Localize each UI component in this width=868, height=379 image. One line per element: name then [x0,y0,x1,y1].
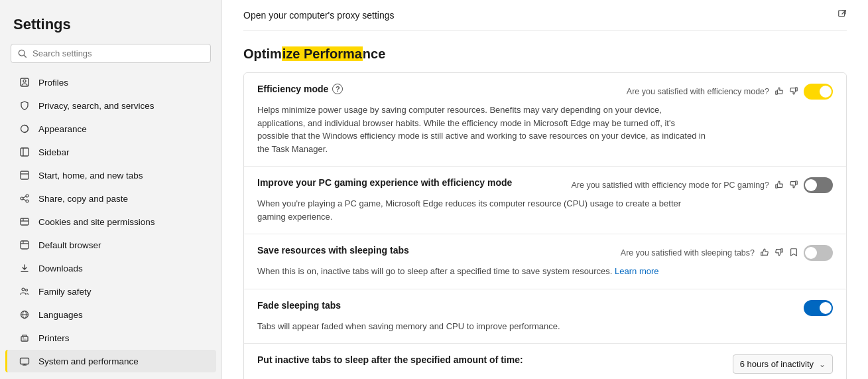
bookmark-icon-sleeping[interactable] [789,248,798,259]
thumbs-up-icon-efficiency[interactable] [775,86,784,98]
browser-icon [19,239,31,251]
sidebar-item-printers[interactable]: Printers [5,327,216,349]
proxy-label: Open your computer's proxy settings [243,10,395,21]
privacy-icon [19,100,31,112]
sidebar-item-family-safety[interactable]: Family safety [5,280,216,303]
sidebar-label-system-performance: System and performance [38,356,139,366]
section-heading-highlight: ize Performa [282,46,363,61]
card-title-fade: Fade sleeping tabs [257,300,341,311]
toggle-sleeping-tabs[interactable] [804,245,833,261]
inactivity-dropdown[interactable]: 6 hours of inactivity ⌄ [733,354,833,374]
satisfaction-text-efficiency: Are you satisfied with efficiency mode? [627,87,769,96]
card-right-fade [804,300,833,316]
sidebar-item-start-home[interactable]: Start, home, and new tabs [5,164,216,187]
thumbs-up-icon-gaming[interactable] [775,180,784,191]
sidebar-item-privacy[interactable]: Privacy, search, and services [5,94,216,117]
printers-icon [19,332,31,344]
card-description-gaming: When you're playing a PC game, Microsoft… [257,197,708,223]
sidebar-label-printers: Printers [38,333,70,343]
svg-rect-32 [839,11,845,17]
sidebar-item-appearance[interactable]: Appearance [5,117,216,140]
gaming-mode-label: Improve your PC gaming experience with e… [257,177,512,188]
sidebar-label-profiles: Profiles [38,78,68,88]
sidebar-item-languages[interactable]: Languages [5,303,216,326]
card-fade-sleeping: Fade sleeping tabs Tabs will appear fade… [244,289,846,344]
sidebar-label-default-browser: Default browser [38,240,101,250]
sidebar-item-share-copy[interactable]: Share, copy and paste [5,187,216,210]
svg-rect-38 [761,252,763,256]
fade-sleeping-label: Fade sleeping tabs [257,300,341,311]
svg-rect-17 [21,241,29,249]
thumbs-down-icon-gaming[interactable] [789,180,798,191]
efficiency-mode-label: Efficiency mode [257,84,328,94]
svg-rect-34 [776,91,778,94]
sidebar-item-cookies[interactable]: Cookies and site permissions [5,210,216,233]
card-header-fade: Fade sleeping tabs [257,300,833,316]
sidebar-item-default-browser[interactable]: Default browser [5,234,216,256]
card-right-inactive: 6 hours of inactivity ⌄ [733,354,833,374]
svg-line-13 [23,199,26,200]
question-icon-efficiency[interactable]: ? [332,84,343,94]
svg-point-3 [23,80,26,82]
svg-rect-35 [796,87,798,90]
toggle-fade-sleeping[interactable] [804,300,833,316]
download-icon [19,262,31,274]
svg-rect-29 [21,358,29,364]
toggle-thumb-fade [820,302,832,314]
svg-rect-7 [21,171,29,179]
svg-rect-36 [776,185,778,188]
svg-rect-37 [796,181,798,184]
profile-icon [19,76,31,88]
appearance-icon [19,123,31,135]
svg-line-12 [23,196,26,198]
toggle-efficiency-mode[interactable] [804,84,833,100]
sidebar-item-reset-settings[interactable]: Reset settings [5,373,216,379]
sidebar-label-cookies: Cookies and site permissions [38,217,155,227]
card-description-sleeping: When this is on, inactive tabs will go t… [257,265,708,278]
sidebar-label-downloads: Downloads [38,264,83,273]
card-header-inactive: Put inactive tabs to sleep after the spe… [257,354,833,374]
card-title-gaming: Improve your PC gaming experience with e… [257,177,512,188]
search-input[interactable] [32,48,204,58]
svg-point-21 [22,288,25,291]
inactive-tabs-label: Put inactive tabs to sleep after the spe… [257,354,523,365]
card-header-sleeping: Save resources with sleeping tabs Are yo… [257,245,833,261]
svg-point-9 [26,194,29,197]
svg-point-11 [26,200,29,202]
sidebar-item-downloads[interactable]: Downloads [5,257,216,279]
sidebar-item-profiles[interactable]: Profiles [5,71,216,94]
inactivity-value: 6 hours of inactivity [740,359,814,369]
card-title-inactive: Put inactive tabs to sleep after the spe… [257,354,523,365]
svg-rect-27 [23,339,27,341]
learn-more-link[interactable]: Learn more [615,266,658,276]
thumbs-down-icon-efficiency[interactable] [789,86,798,98]
family-icon [19,285,31,297]
proxy-row: Open your computer's proxy settings [243,0,847,31]
toggle-gaming-mode[interactable] [804,177,833,193]
svg-line-1 [24,55,26,57]
card-right-gaming: Are you satisfied with efficiency mode f… [571,177,833,193]
sidebar-label-languages: Languages [38,310,83,320]
share-icon [19,192,31,204]
sidebar-item-system-performance[interactable]: System and performance [5,350,216,372]
sidebar-label-privacy: Privacy, search, and services [38,101,155,111]
card-efficiency-mode: Efficiency mode ? Are you satisfied with… [244,73,846,167]
sidebar-item-sidebar[interactable]: Sidebar [5,141,216,163]
card-right-sleeping: Are you satisfied with sleeping tabs? [621,245,833,261]
external-link-icon[interactable] [837,9,847,21]
toggle-thumb-sleeping [805,247,817,259]
sidebar-label-start-home: Start, home, and new tabs [38,171,143,181]
main-content: Open your computer's proxy settings Opti… [222,0,868,379]
sidebar-label-sidebar: Sidebar [38,147,70,157]
section-heading: Optimize Performance [243,46,847,62]
cards-group: Efficiency mode ? Are you satisfied with… [243,72,847,379]
thumbs-up-icon-sleeping[interactable] [760,248,769,259]
card-description-fade: Tabs will appear faded when saving memor… [257,320,708,333]
system-icon [19,355,31,367]
sidebar-label-family-safety: Family safety [38,287,92,297]
card-inactive-tabs: Put inactive tabs to sleep after the spe… [244,344,846,379]
thumbs-down-icon-sleeping[interactable] [775,248,784,259]
search-box[interactable] [11,44,211,63]
card-header-efficiency: Efficiency mode ? Are you satisfied with… [257,84,833,100]
card-pc-gaming: Improve your PC gaming experience with e… [244,167,846,234]
